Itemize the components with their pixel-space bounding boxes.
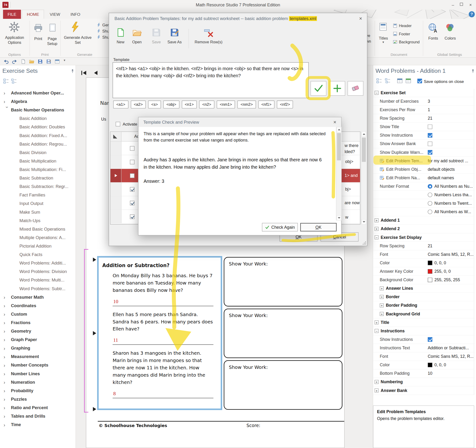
section-exercise-set[interactable]: −Exercise Set bbox=[373, 89, 474, 97]
section-instructions[interactable]: −Instructions bbox=[373, 327, 474, 335]
tree-item[interactable]: › Basic Subtraction bbox=[0, 174, 76, 182]
scroll-down-button[interactable] bbox=[362, 219, 366, 224]
save-as-button[interactable]: Save As bbox=[165, 28, 184, 44]
section-addend-2[interactable]: +Addend 2 bbox=[373, 225, 474, 233]
save-as-button[interactable] bbox=[45, 58, 52, 64]
prop-row-edit-objects[interactable]: Edit Problem Obj...default objects bbox=[373, 165, 474, 174]
ribbon-tab[interactable]: INFO bbox=[66, 10, 85, 19]
prop-row-number-format[interactable]: Number FormatAll Numbers as Nu... bbox=[373, 182, 474, 191]
pin-icon[interactable] bbox=[471, 69, 475, 73]
tree-item[interactable]: › Quick Facts bbox=[0, 250, 76, 259]
prop-row-edit-templates[interactable]: Edit Problem Tem...for my add subtrect .… bbox=[373, 157, 474, 165]
first-page-button[interactable] bbox=[79, 69, 89, 77]
clear-template-button[interactable] bbox=[348, 81, 363, 96]
row-active-checkbox[interactable] bbox=[130, 201, 134, 205]
tree-item[interactable]: › Basic Addition bbox=[0, 114, 76, 123]
table-options-icon[interactable] bbox=[405, 78, 412, 84]
tag-button[interactable]: <nf1> bbox=[258, 101, 274, 109]
color-swatch[interactable] bbox=[428, 260, 432, 265]
tree-collapse-icon[interactable] bbox=[3, 78, 9, 84]
expand-icon[interactable]: + bbox=[374, 320, 379, 324]
color-swatch[interactable] bbox=[428, 363, 432, 367]
tree-item[interactable]: › Word Problems: Additi... bbox=[0, 259, 76, 267]
radio-button[interactable] bbox=[428, 193, 432, 197]
collapse-icon[interactable]: − bbox=[374, 329, 379, 333]
expand-icon[interactable]: + bbox=[374, 388, 379, 392]
selected-exercise-set[interactable]: Addition or Subtraction? On Monday Billy… bbox=[97, 256, 222, 410]
save-template-button[interactable]: Save bbox=[148, 28, 165, 44]
activate-checkbox-row[interactable]: Activate a bbox=[116, 122, 141, 126]
prop-row-number-format-option[interactable]: All Numbers as W... bbox=[373, 208, 474, 216]
row-active-checkbox[interactable] bbox=[130, 214, 134, 219]
open-template-button[interactable]: Open bbox=[128, 28, 145, 44]
tree-item[interactable]: › Basic Multiplication bbox=[0, 157, 76, 165]
ribbon-tab[interactable]: HOME bbox=[22, 10, 44, 19]
prop-row[interactable]: Number of Exercises3 bbox=[373, 97, 474, 106]
preview-ok-button[interactable]: OK bbox=[300, 223, 337, 231]
exercise-handle-icon[interactable] bbox=[93, 331, 96, 335]
prop-row-edit-names[interactable]: Edit Problem Na...default names bbox=[373, 174, 474, 182]
expand-icon[interactable]: + bbox=[374, 218, 379, 222]
tree-item[interactable]: › Time bbox=[0, 420, 76, 429]
prop-value[interactable]: Comic Sans MS, 12, R... bbox=[428, 354, 474, 359]
expand-icon[interactable]: + bbox=[380, 312, 384, 316]
minimize-button[interactable]: – bbox=[449, 2, 457, 8]
save-button[interactable] bbox=[36, 58, 44, 64]
prop-row[interactable]: Row Spacing21 bbox=[373, 114, 474, 123]
prop-value[interactable]: 1 bbox=[428, 107, 474, 112]
tree-item[interactable]: › Basic Addition: Doubles bbox=[0, 123, 76, 131]
ribbon-tab[interactable]: FILE bbox=[3, 10, 21, 19]
prop-row[interactable]: Show Instructions bbox=[373, 335, 474, 344]
tree-item[interactable]: › Number Concepts bbox=[0, 361, 76, 369]
tag-button[interactable]: <nf2> bbox=[277, 101, 293, 109]
tree-item[interactable]: › Custom bbox=[0, 310, 76, 318]
prop-value[interactable]: default names bbox=[428, 175, 474, 180]
expand-icon[interactable]: + bbox=[374, 227, 379, 231]
new-template-button[interactable]: New bbox=[113, 28, 128, 44]
row-active-checkbox[interactable] bbox=[130, 187, 134, 191]
section-addend-1[interactable]: +Addend 1 bbox=[373, 216, 474, 225]
prop-value[interactable]: for my add subtrect ... bbox=[428, 159, 474, 163]
prop-row-number-format-option[interactable]: Numbers Less tha... bbox=[373, 191, 474, 199]
collapse-icon[interactable]: − bbox=[374, 235, 379, 239]
scrollbar-thumb[interactable] bbox=[337, 133, 341, 161]
categorize-icon[interactable] bbox=[376, 78, 382, 84]
show-answer-bank-checkbox[interactable] bbox=[428, 142, 432, 146]
show-instructions-checkbox[interactable] bbox=[428, 337, 432, 342]
prop-row-color[interactable]: Color0, 0, 0 bbox=[373, 361, 474, 369]
tree-item[interactable]: › Word Problems: Subtr... bbox=[0, 284, 76, 293]
export-button[interactable] bbox=[53, 58, 61, 64]
expand-icon[interactable]: + bbox=[380, 287, 384, 290]
prop-row-color[interactable]: Color0, 0, 0 bbox=[373, 259, 474, 267]
tree-item[interactable]: › Measurement bbox=[0, 352, 76, 361]
section-background-grid[interactable]: +Background Grid bbox=[373, 310, 474, 318]
tree-item[interactable]: › Match-Ups bbox=[0, 216, 76, 225]
tree-item[interactable]: › Basic Number Operations bbox=[0, 106, 76, 114]
maximize-button[interactable] bbox=[458, 1, 465, 7]
prop-value[interactable]: Addition or Subtracti... bbox=[428, 345, 474, 350]
resize-grip-icon[interactable] bbox=[362, 241, 366, 245]
help-icon[interactable]: ? bbox=[469, 11, 475, 17]
tree-item[interactable]: › Word Problems: Multi... bbox=[0, 276, 76, 284]
prop-row[interactable]: Show Answer Bank bbox=[373, 140, 474, 148]
color-swatch[interactable] bbox=[428, 278, 432, 282]
row-header[interactable] bbox=[110, 210, 121, 223]
tree-item[interactable]: › Pictorial Addition bbox=[0, 242, 76, 250]
tree-item[interactable]: › Number Lines bbox=[0, 369, 76, 378]
scrollbar-thumb[interactable] bbox=[362, 138, 366, 162]
tag-button[interactable]: <a2> bbox=[131, 101, 146, 109]
row-header[interactable] bbox=[110, 183, 121, 196]
preview-dialog-titlebar[interactable]: Template Check and Preview × bbox=[138, 117, 341, 127]
tag-button[interactable]: <n2> bbox=[199, 101, 214, 109]
prop-row[interactable]: Show Title bbox=[373, 123, 474, 131]
tree-item[interactable]: › Advanced Number Oper... bbox=[0, 89, 76, 97]
tree-expand-icon[interactable] bbox=[11, 78, 17, 84]
tree-item[interactable]: › Probability bbox=[0, 386, 76, 395]
radio-button[interactable] bbox=[428, 184, 432, 189]
prop-value[interactable]: 21 bbox=[428, 116, 474, 121]
show-duplicate-checkbox[interactable] bbox=[428, 150, 432, 155]
tree-item[interactable]: › Multiple Operations: A... bbox=[0, 233, 76, 242]
tree-item[interactable]: › Algebra bbox=[0, 97, 76, 106]
tag-button[interactable]: <nm2> bbox=[238, 101, 256, 109]
section-border-padding[interactable]: +Border Padding bbox=[373, 301, 474, 310]
